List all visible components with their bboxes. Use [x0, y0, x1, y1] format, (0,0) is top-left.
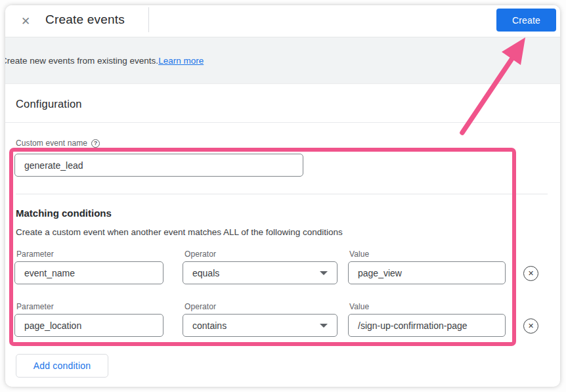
operator-column-label: Operator — [185, 250, 216, 259]
section-divider — [5, 122, 560, 123]
custom-event-name-label-text: Custom event name — [16, 139, 87, 148]
custom-event-name-input[interactable] — [14, 154, 303, 177]
value-column-label: Value — [349, 302, 369, 311]
operator-column-label: Operator — [185, 302, 216, 311]
dropdown-arrow-icon — [320, 324, 328, 328]
page-title: Create events — [45, 12, 125, 27]
condition-2-remove-icon[interactable]: ✕ — [523, 318, 538, 334]
matching-conditions-description: Create a custom event when another event… — [16, 227, 343, 237]
dialog-header: ✕ Create events Create — [5, 5, 560, 37]
help-icon[interactable]: ? — [91, 139, 100, 148]
matching-conditions-title: Matching conditions — [16, 207, 112, 219]
condition-1-remove-icon[interactable]: ✕ — [523, 266, 538, 281]
create-button[interactable]: Create — [496, 9, 556, 32]
inner-divider — [16, 194, 548, 194]
info-banner: Create new events from existing events.L… — [5, 37, 560, 84]
condition-2-parameter-input[interactable] — [14, 314, 163, 337]
banner-text: Create new events from existing events. — [5, 56, 158, 66]
value-column-label: Value — [349, 250, 369, 259]
dropdown-arrow-icon — [320, 271, 328, 275]
condition-1-operator-select[interactable]: equals — [183, 261, 337, 284]
condition-2-value-input[interactable] — [348, 314, 506, 337]
learn-more-link[interactable]: Learn more — [158, 56, 204, 66]
condition-1-parameter-input[interactable] — [14, 261, 163, 284]
custom-event-name-label: Custom event name ? — [16, 139, 100, 148]
condition-2-operator-select[interactable]: contains — [183, 314, 337, 337]
close-icon[interactable]: ✕ — [14, 10, 37, 32]
configuration-section-title: Configuration — [16, 98, 82, 110]
condition-1-operator-value: equals — [192, 268, 219, 278]
parameter-column-label: Parameter — [16, 302, 54, 311]
add-condition-button[interactable]: Add condition — [16, 354, 108, 378]
create-events-screen: ✕ Create events Create Create new events… — [0, 0, 566, 392]
condition-2-operator-value: contains — [192, 320, 227, 331]
create-events-dialog: ✕ Create events Create Create new events… — [5, 5, 560, 387]
condition-1-value-input[interactable] — [348, 261, 506, 284]
parameter-column-label: Parameter — [16, 250, 54, 259]
header-divider — [148, 7, 149, 32]
